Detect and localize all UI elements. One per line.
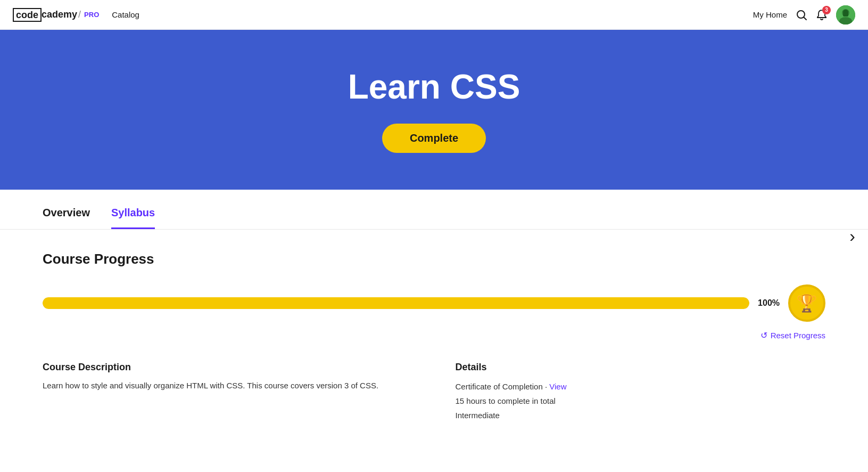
search-icon [796, 9, 807, 21]
reset-progress-button[interactable]: ↺ Reset Progress [43, 330, 825, 340]
logo-slash: / [78, 9, 81, 20]
my-home-link[interactable]: My Home [753, 10, 787, 19]
main-content: Course Progress 100% 🏆 ↺ Reset Progress … [0, 230, 868, 444]
certificate-separator: · [545, 382, 549, 391]
progress-bar-fill [43, 297, 749, 309]
course-description-text: Learn how to style and visually organize… [43, 379, 413, 392]
logo[interactable]: code cademy / PRO [13, 8, 99, 22]
course-info-section: Course Description Learn how to style an… [43, 362, 825, 422]
course-description-label: Course Description [43, 362, 413, 373]
hero-banner: Learn CSS Complete [0, 30, 868, 190]
catalog-link[interactable]: Catalog [112, 10, 139, 19]
chevron-right-icon: › [849, 226, 855, 246]
certificate-row: Certificate of Completion · View [456, 379, 826, 394]
avatar-image [836, 5, 855, 25]
chevron-right-button[interactable]: › [849, 226, 855, 246]
hero-title: Learn CSS [348, 67, 520, 107]
course-description-block: Course Description Learn how to style an… [43, 362, 413, 422]
navbar-left: code cademy / PRO Catalog [13, 8, 139, 22]
notification-badge: 3 [822, 6, 831, 14]
avatar[interactable] [836, 5, 855, 25]
reset-label: Reset Progress [771, 331, 825, 340]
svg-rect-7 [843, 12, 848, 17]
svg-line-1 [804, 17, 807, 20]
complete-button[interactable]: Complete [382, 124, 486, 153]
navbar: code cademy / PRO Catalog My Home 3 [0, 0, 868, 30]
progress-section: Course Progress 100% 🏆 ↺ Reset Progress [43, 251, 825, 340]
progress-bar-track [43, 297, 749, 309]
progress-percentage: 100% [758, 298, 780, 308]
course-progress-title: Course Progress [43, 251, 825, 267]
progress-bar-container: 100% 🏆 [43, 284, 825, 322]
certificate-link[interactable]: View [549, 382, 566, 391]
details-block: Details Certificate of Completion · View… [456, 362, 826, 422]
logo-academy-text: cademy [42, 9, 77, 20]
trophy-icon-container: 🏆 [788, 284, 825, 322]
logo-pro-text: PRO [84, 11, 99, 19]
logo-code-text: code [16, 10, 38, 20]
tab-syllabus[interactable]: Syllabus [111, 207, 155, 229]
notification-button[interactable]: 3 [816, 9, 828, 21]
reset-icon: ↺ [760, 330, 767, 340]
tab-overview[interactable]: Overview [43, 207, 90, 229]
search-button[interactable] [796, 9, 807, 21]
details-label: Details [456, 362, 826, 373]
hours-row: 15 hours to complete in total [456, 394, 826, 408]
tabs-section: Overview Syllabus [0, 190, 868, 230]
avatar-svg [836, 5, 855, 25]
trophy-icon: 🏆 [796, 293, 817, 313]
certificate-text: Certificate of Completion [456, 382, 543, 391]
navbar-right: My Home 3 [753, 5, 855, 25]
logo-code: code [13, 8, 42, 22]
level-row: Intermediate [456, 408, 826, 422]
